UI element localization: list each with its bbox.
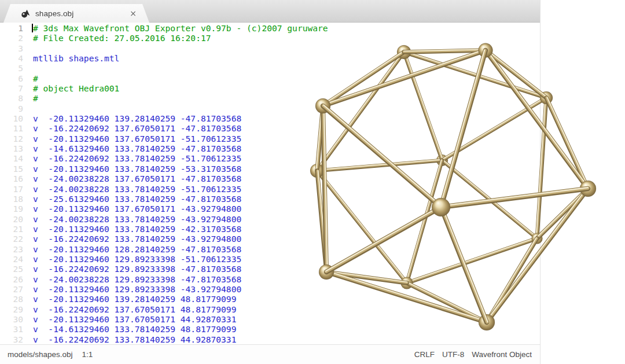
- line-number[interactable]: 10: [0, 113, 23, 123]
- line-number[interactable]: 20: [0, 214, 23, 224]
- status-line-ending[interactable]: CRLF: [414, 350, 435, 359]
- code-line[interactable]: v -25.61329460 133.78140259 -47.81703568: [33, 194, 540, 204]
- tab-bar: shapes.obj ×: [0, 0, 540, 23]
- code-editor[interactable]: 1234567891011121314151617181920212223242…: [0, 23, 540, 344]
- line-number[interactable]: 12: [0, 134, 23, 144]
- code-line[interactable]: v -20.11329460 139.28140259 48.81779099: [33, 294, 540, 304]
- code-line[interactable]: mtllib shapes.mtl: [33, 53, 540, 63]
- line-number[interactable]: 21: [0, 224, 23, 234]
- code-line[interactable]: v -20.11329460 129.89233398 -43.92794800: [33, 284, 540, 294]
- code-line[interactable]: #: [33, 73, 540, 83]
- code-line[interactable]: # 3ds Max Wavefront OBJ Exporter v0.97b …: [33, 23, 540, 33]
- line-number[interactable]: 9: [0, 104, 23, 113]
- code-line[interactable]: [33, 63, 540, 73]
- code-line[interactable]: v -20.11329460 133.78140259 -53.31703568: [33, 164, 540, 174]
- editor-window: shapes.obj × 123456789101112131415161718…: [0, 0, 541, 364]
- code-line[interactable]: v -16.22420692 129.89233398 -47.81703568: [33, 264, 540, 274]
- line-number[interactable]: 24: [0, 254, 23, 264]
- line-number[interactable]: 30: [0, 314, 23, 324]
- tab-shapes-obj[interactable]: shapes.obj ×: [3, 4, 149, 23]
- code-line[interactable]: v -20.11329460 133.78140259 -42.31703568: [33, 224, 540, 234]
- tab-title: shapes.obj: [35, 9, 73, 18]
- code-line[interactable]: v -16.22420692 133.78140259 44.92870331: [33, 334, 540, 344]
- code-line[interactable]: v -24.00238228 133.78140259 -43.92794800: [33, 214, 540, 224]
- status-encoding[interactable]: UTF-8: [442, 350, 464, 359]
- line-number[interactable]: 8: [0, 93, 23, 103]
- line-number[interactable]: 31: [0, 324, 23, 334]
- text-cursor: [32, 24, 33, 32]
- gutter: 1234567891011121314151617181920212223242…: [0, 23, 23, 344]
- line-number[interactable]: 2: [0, 33, 23, 43]
- line-number[interactable]: 15: [0, 164, 23, 174]
- line-number[interactable]: 5: [0, 63, 23, 73]
- line-number[interactable]: 29: [0, 304, 23, 314]
- status-cursor-position[interactable]: 1:1: [82, 350, 93, 359]
- code-line[interactable]: v -16.22420692 133.78140259 -51.70612335: [33, 153, 540, 163]
- model-strut: [546, 97, 589, 189]
- status-file-path[interactable]: models/shapes.obj: [8, 350, 73, 359]
- code-line[interactable]: v -24.00238228 133.78140259 -51.70612335: [33, 184, 540, 194]
- line-number[interactable]: 32: [0, 334, 23, 344]
- line-number[interactable]: 3: [0, 43, 23, 53]
- code-line[interactable]: v -20.11329460 137.67050171 44.92870331: [33, 314, 540, 324]
- code-line[interactable]: #: [33, 93, 540, 103]
- line-number[interactable]: 6: [0, 73, 23, 83]
- code-line[interactable]: v -16.22420692 133.78140259 -43.92794800: [33, 234, 540, 244]
- line-number[interactable]: 11: [0, 123, 23, 133]
- line-number[interactable]: 16: [0, 174, 23, 183]
- line-number[interactable]: 25: [0, 264, 23, 274]
- code-lines: # 3ds Max Wavefront OBJ Exporter v0.97b …: [33, 23, 540, 344]
- status-bar: models/shapes.obj 1:1 CRLF UTF-8 Wavefro…: [0, 344, 540, 364]
- code-line[interactable]: v -24.00238228 137.67050171 -47.81703568: [33, 174, 540, 183]
- code-line[interactable]: v -20.11329460 139.28140259 -47.81703568: [33, 113, 540, 123]
- 3d-model-icon: [21, 9, 31, 19]
- line-number[interactable]: 4: [0, 53, 23, 63]
- line-number[interactable]: 17: [0, 184, 23, 194]
- line-number[interactable]: 18: [0, 194, 23, 204]
- status-grammar[interactable]: Wavefront Object: [472, 350, 532, 359]
- model-vertex: [540, 91, 553, 104]
- code-line[interactable]: v -20.11329460 129.89233398 -51.70612335: [33, 254, 540, 264]
- code-line[interactable]: v -20.11329460 137.67050171 -43.92794800: [33, 204, 540, 214]
- code-line[interactable]: v -16.22420692 137.67050171 -47.81703568: [33, 123, 540, 133]
- code-line[interactable]: # File Created: 27.05.2016 16:20:17: [33, 33, 540, 43]
- code-line[interactable]: v -14.61329460 133.78140259 48.81779099: [33, 324, 540, 334]
- code-line[interactable]: v -16.22420692 137.67050171 48.81779099: [33, 304, 540, 314]
- line-number[interactable]: 28: [0, 294, 23, 304]
- line-number[interactable]: 23: [0, 244, 23, 254]
- code-line[interactable]: # object Hedra001: [33, 83, 540, 93]
- code-line[interactable]: v -24.00238228 129.89233398 -47.81703568: [33, 274, 540, 284]
- line-number[interactable]: 7: [0, 83, 23, 93]
- code-line[interactable]: [33, 43, 540, 53]
- tab-close-icon[interactable]: ×: [130, 9, 137, 17]
- code-line[interactable]: v -14.61329460 133.78140259 -47.81703568: [33, 144, 540, 153]
- line-number[interactable]: 13: [0, 144, 23, 153]
- code-line[interactable]: v -20.11329460 128.28140259 -47.81703568: [33, 244, 540, 254]
- code-line[interactable]: v -20.11329460 137.67050171 -51.70612335: [33, 134, 540, 144]
- line-number[interactable]: 19: [0, 204, 23, 214]
- line-number[interactable]: 1: [0, 23, 23, 33]
- line-number[interactable]: 22: [0, 234, 23, 244]
- line-number[interactable]: 14: [0, 153, 23, 163]
- line-number[interactable]: 26: [0, 274, 23, 284]
- model-strut: [536, 188, 588, 238]
- line-number[interactable]: 27: [0, 284, 23, 294]
- model-vertex: [580, 181, 596, 197]
- code-line[interactable]: [33, 104, 540, 113]
